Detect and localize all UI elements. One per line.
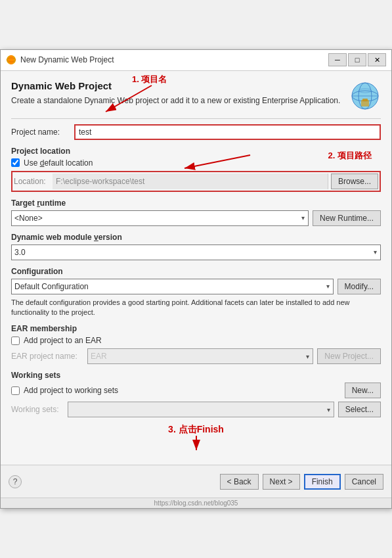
new-project-button[interactable]: New Project... [317, 348, 381, 364]
help-button[interactable]: ? [9, 475, 22, 488]
project-name-label: Project name: [11, 128, 70, 137]
minimize-button[interactable]: ─ [328, 53, 347, 66]
page-title: Dynamic Web Project [11, 80, 343, 91]
header-divider [11, 118, 381, 119]
target-runtime-select-wrapper: <None> [11, 210, 309, 226]
ear-membership-group: EAR membership Add project to an EAR EAR… [11, 324, 381, 364]
url-text: https://blog.csdn.net/blog035 [154, 500, 238, 507]
working-sets-title: Working sets [11, 371, 381, 380]
annotation-3-area: 3. 点击Finish [11, 424, 381, 455]
new-working-set-button[interactable]: New... [345, 383, 381, 398]
ear-project-label: EAR project name: [11, 352, 83, 361]
project-location-title: Project location [11, 147, 381, 156]
dynamic-module-group: Dynamic web module version 3.0 2.5 2.4 [11, 233, 381, 260]
dynamic-module-title: Dynamic web module version [11, 233, 381, 242]
target-runtime-select[interactable]: <None> [11, 210, 309, 226]
project-name-input[interactable] [74, 124, 381, 140]
arrow-3 [177, 436, 216, 455]
finish-button[interactable]: Finish [304, 474, 341, 490]
configuration-select-wrapper: Default Configuration [11, 279, 334, 294]
close-button[interactable]: ✕ [368, 53, 386, 66]
working-sets-add-row: Add project to working sets New... [11, 383, 381, 398]
page-header: Dynamic Web Project Create a standalone … [11, 80, 381, 112]
configuration-select[interactable]: Default Configuration [11, 279, 334, 294]
select-working-set-button[interactable]: Select... [338, 402, 381, 417]
target-runtime-group: Target runtime <None> New Runtime... [11, 198, 381, 226]
working-sets-group: Working sets Add project to working sets… [11, 371, 381, 417]
svg-rect-13 [362, 99, 368, 101]
configuration-group: Configuration Default Configuration Modi… [11, 267, 381, 318]
working-sets-add-label: Add project to working sets [24, 386, 118, 395]
ear-membership-title: EAR membership [11, 324, 381, 333]
use-default-location-label: Use default location [24, 158, 93, 168]
bottom-bar: ? < Back Next > Finish Cancel [1, 465, 391, 498]
target-runtime-row: <None> New Runtime... [11, 210, 381, 226]
new-runtime-button[interactable]: New Runtime... [313, 210, 381, 226]
configuration-info: The default configuration provides a goo… [11, 298, 381, 318]
browse-button[interactable]: Browse... [331, 174, 378, 189]
working-sets-select-row: Working sets: Select... [11, 402, 381, 417]
maximize-button[interactable]: □ [348, 53, 366, 66]
configuration-title: Configuration [11, 267, 381, 276]
url-bar: https://blog.csdn.net/blog035 [1, 498, 391, 508]
ear-add-checkbox[interactable] [11, 337, 20, 345]
use-default-location-checkbox[interactable] [11, 158, 20, 167]
project-location-group: Project location Use default location Lo… [11, 147, 381, 192]
window-title: New Dynamic Web Project [20, 55, 328, 64]
ear-add-row: Add project to an EAR [11, 336, 381, 345]
configuration-row: Default Configuration Modify... [11, 279, 381, 294]
cancel-button[interactable]: Cancel [345, 474, 383, 490]
working-sets-select-wrapper [68, 402, 334, 417]
ear-add-label: Add project to an EAR [24, 336, 102, 345]
annotation-3-label: 3. 点击Finish [168, 424, 224, 434]
location-row: Location: Browse... [11, 171, 381, 192]
use-default-location-row: Use default location [11, 158, 381, 168]
dialog-content: 1. 项目名 2. 项目路径 Dy [1, 71, 391, 465]
modify-button[interactable]: Modify... [338, 279, 381, 294]
window-icon [6, 55, 16, 65]
dynamic-module-select[interactable]: 3.0 2.5 2.4 [11, 244, 381, 260]
target-runtime-title: Target runtime [11, 198, 381, 208]
next-button[interactable]: Next > [263, 474, 300, 490]
location-input[interactable] [53, 174, 328, 189]
ear-project-select-wrapper: EAR [87, 348, 313, 364]
working-sets-label: Working sets: [11, 405, 64, 414]
svg-point-1 [9, 55, 14, 64]
working-sets-select[interactable] [68, 402, 334, 417]
dynamic-module-select-wrapper: 3.0 2.5 2.4 [11, 244, 381, 260]
title-bar: New Dynamic Web Project ─ □ ✕ [1, 50, 391, 71]
working-sets-add-checkbox[interactable] [11, 386, 20, 395]
page-description: Create a standalone Dynamic Web project … [11, 95, 343, 106]
back-button[interactable]: < Back [220, 474, 259, 490]
project-name-group: Project name: [11, 124, 381, 140]
window-controls: ─ □ ✕ [328, 53, 386, 66]
ear-project-select[interactable]: EAR [87, 348, 313, 364]
main-window: New Dynamic Web Project ─ □ ✕ 1. 项目名 2. … [0, 49, 392, 509]
location-label: Location: [14, 177, 50, 186]
working-sets-add-checkbox-row: Add project to working sets [11, 386, 341, 395]
globe-icon [349, 80, 381, 112]
ear-project-row: EAR project name: EAR New Project... [11, 348, 381, 364]
page-title-area: Dynamic Web Project Create a standalone … [11, 80, 343, 106]
